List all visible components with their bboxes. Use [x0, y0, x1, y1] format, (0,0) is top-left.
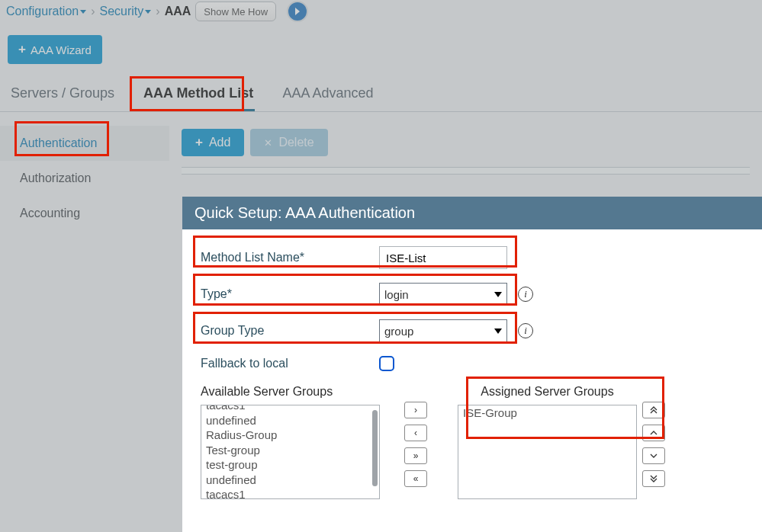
- list-item[interactable]: test-group: [204, 457, 376, 473]
- available-column: Available Server Groups tacacs1undefined…: [201, 385, 380, 499]
- row-type: Type* login i: [201, 283, 744, 306]
- type-select[interactable]: login: [379, 283, 507, 306]
- double-chevron-up-icon: [649, 406, 658, 414]
- row-group-type: Group Type group i: [201, 319, 744, 342]
- info-icon[interactable]: i: [518, 287, 533, 302]
- order-controls: [637, 385, 670, 487]
- list-item[interactable]: undefined: [204, 473, 376, 488]
- double-chevron-down-icon: [649, 475, 658, 482]
- move-all-right-button[interactable]: »: [404, 447, 427, 464]
- group-type-select-value: group: [384, 325, 413, 338]
- group-type-select[interactable]: group: [379, 319, 507, 342]
- list-item[interactable]: tacacs1: [204, 487, 376, 499]
- modal-body: Method List Name* Type* login i Group Ty…: [182, 229, 762, 516]
- label-available: Available Server Groups: [201, 385, 380, 399]
- move-bottom-button[interactable]: [642, 470, 665, 487]
- list-item[interactable]: Radius-Group: [204, 428, 376, 443]
- chevron-up-icon: [649, 429, 658, 437]
- list-item[interactable]: undefined: [204, 413, 376, 428]
- fallback-checkbox[interactable]: [379, 356, 394, 371]
- info-icon[interactable]: i: [518, 323, 533, 338]
- list-item[interactable]: tacacs1: [204, 405, 376, 413]
- move-all-left-button[interactable]: «: [404, 470, 427, 487]
- label-group-type: Group Type: [201, 324, 379, 338]
- dual-list-row: Available Server Groups tacacs1undefined…: [201, 385, 744, 499]
- move-down-button[interactable]: [642, 447, 665, 464]
- chevron-down-icon: [494, 328, 502, 334]
- type-select-value: login: [384, 288, 409, 301]
- move-up-button[interactable]: [642, 425, 665, 441]
- label-method-list-name: Method List Name*: [201, 251, 379, 264]
- chevron-down-icon: [494, 292, 502, 297]
- assigned-column: Assigned Server Groups ISE-Group: [458, 385, 637, 499]
- label-type: Type*: [201, 287, 379, 301]
- label-fallback: Fallback to local: [201, 357, 379, 370]
- chevron-down-icon: [649, 452, 658, 460]
- row-method-list-name: Method List Name*: [201, 246, 744, 269]
- move-left-button[interactable]: ‹: [404, 425, 427, 441]
- assigned-server-groups-list[interactable]: ISE-Group: [458, 405, 637, 499]
- method-list-name-input[interactable]: [379, 246, 507, 269]
- list-item[interactable]: Test-group: [204, 443, 376, 458]
- label-assigned: Assigned Server Groups: [458, 385, 637, 399]
- modal-title: Quick Setup: AAA Authentication: [182, 197, 762, 229]
- quick-setup-modal: Quick Setup: AAA Authentication Method L…: [182, 197, 762, 532]
- list-item[interactable]: ISE-Group: [461, 405, 633, 421]
- move-top-button[interactable]: [642, 402, 665, 418]
- move-right-button[interactable]: ›: [404, 402, 427, 418]
- row-fallback: Fallback to local: [201, 356, 744, 371]
- scrollbar[interactable]: [372, 410, 378, 486]
- shuttle-controls: › ‹ » «: [380, 385, 452, 487]
- available-server-groups-list[interactable]: tacacs1undefinedRadius-GroupTest-groupte…: [201, 405, 380, 499]
